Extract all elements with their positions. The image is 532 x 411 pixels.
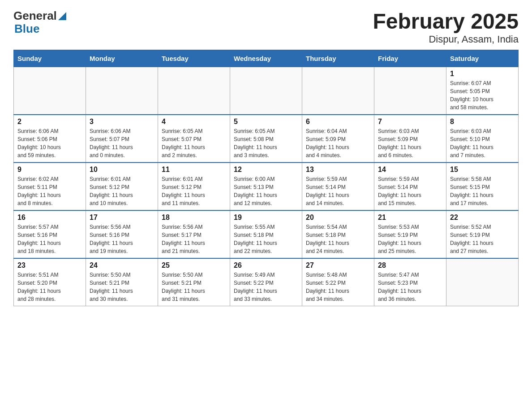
day-info: Sunrise: 6:02 AM Sunset: 5:11 PM Dayligh…: [17, 175, 82, 207]
day-info: Sunrise: 6:04 AM Sunset: 5:09 PM Dayligh…: [306, 127, 370, 159]
day-number: 26: [234, 261, 298, 270]
day-info: Sunrise: 5:48 AM Sunset: 5:22 PM Dayligh…: [306, 271, 370, 303]
header-saturday: Saturday: [446, 50, 519, 67]
table-row: 2Sunrise: 6:06 AM Sunset: 5:06 PM Daylig…: [14, 115, 86, 163]
table-row: [230, 67, 302, 115]
logo-blue-text: Blue: [14, 22, 39, 36]
header-monday: Monday: [86, 50, 158, 67]
table-row: 22Sunrise: 5:52 AM Sunset: 5:19 PM Dayli…: [446, 210, 519, 258]
day-number: 23: [17, 261, 82, 270]
day-number: 20: [306, 214, 370, 222]
table-row: [374, 67, 446, 115]
table-row: 5Sunrise: 6:05 AM Sunset: 5:08 PM Daylig…: [230, 115, 302, 163]
table-row: [302, 67, 374, 115]
day-info: Sunrise: 6:03 AM Sunset: 5:10 PM Dayligh…: [450, 127, 515, 159]
table-row: [158, 67, 230, 115]
table-row: [446, 258, 519, 306]
day-number: 24: [90, 261, 154, 270]
weekday-header-row: Sunday Monday Tuesday Wednesday Thursday…: [14, 50, 519, 67]
day-number: 16: [17, 214, 82, 222]
day-info: Sunrise: 5:56 AM Sunset: 5:17 PM Dayligh…: [162, 223, 226, 255]
day-number: 15: [450, 166, 515, 174]
day-number: 18: [162, 214, 226, 222]
day-info: Sunrise: 5:50 AM Sunset: 5:21 PM Dayligh…: [162, 271, 226, 303]
day-info: Sunrise: 6:03 AM Sunset: 5:09 PM Dayligh…: [378, 127, 442, 159]
page-header: General Blue February 2025 Dispur, Assam…: [13, 9, 519, 45]
table-row: 26Sunrise: 5:49 AM Sunset: 5:22 PM Dayli…: [230, 258, 302, 306]
table-row: 13Sunrise: 5:59 AM Sunset: 5:14 PM Dayli…: [302, 163, 374, 210]
table-row: [14, 67, 86, 115]
day-info: Sunrise: 5:59 AM Sunset: 5:14 PM Dayligh…: [378, 175, 442, 207]
table-row: 7Sunrise: 6:03 AM Sunset: 5:09 PM Daylig…: [374, 115, 446, 163]
day-number: 10: [90, 166, 154, 174]
day-number: 21: [378, 214, 442, 222]
day-number: 8: [450, 118, 515, 126]
day-info: Sunrise: 6:00 AM Sunset: 5:13 PM Dayligh…: [234, 175, 298, 207]
svg-marker-0: [58, 12, 66, 20]
table-row: 14Sunrise: 5:59 AM Sunset: 5:14 PM Dayli…: [374, 163, 446, 210]
table-row: 10Sunrise: 6:01 AM Sunset: 5:12 PM Dayli…: [86, 163, 158, 210]
calendar-title: February 2025: [373, 9, 519, 34]
table-row: 9Sunrise: 6:02 AM Sunset: 5:11 PM Daylig…: [14, 163, 86, 210]
day-number: 2: [17, 118, 82, 126]
header-friday: Friday: [374, 50, 446, 67]
day-info: Sunrise: 5:59 AM Sunset: 5:14 PM Dayligh…: [306, 175, 370, 207]
table-row: 19Sunrise: 5:55 AM Sunset: 5:18 PM Dayli…: [230, 210, 302, 258]
table-row: 3Sunrise: 6:06 AM Sunset: 5:07 PM Daylig…: [86, 115, 158, 163]
day-number: 25: [162, 261, 226, 270]
day-info: Sunrise: 6:01 AM Sunset: 5:12 PM Dayligh…: [90, 175, 154, 207]
day-info: Sunrise: 6:06 AM Sunset: 5:07 PM Dayligh…: [90, 127, 154, 159]
day-info: Sunrise: 6:05 AM Sunset: 5:08 PM Dayligh…: [234, 127, 298, 159]
table-row: 20Sunrise: 5:54 AM Sunset: 5:18 PM Dayli…: [302, 210, 374, 258]
header-thursday: Thursday: [302, 50, 374, 67]
day-number: 17: [90, 214, 154, 222]
day-info: Sunrise: 5:50 AM Sunset: 5:21 PM Dayligh…: [90, 271, 154, 303]
table-row: 16Sunrise: 5:57 AM Sunset: 5:16 PM Dayli…: [14, 210, 86, 258]
table-row: 11Sunrise: 6:01 AM Sunset: 5:12 PM Dayli…: [158, 163, 230, 210]
table-row: 8Sunrise: 6:03 AM Sunset: 5:10 PM Daylig…: [446, 115, 519, 163]
day-number: 28: [378, 261, 442, 270]
day-info: Sunrise: 5:51 AM Sunset: 5:20 PM Dayligh…: [17, 271, 82, 303]
day-number: 12: [234, 166, 298, 174]
day-number: 22: [450, 214, 515, 222]
day-info: Sunrise: 5:53 AM Sunset: 5:19 PM Dayligh…: [378, 223, 442, 255]
header-sunday: Sunday: [14, 50, 86, 67]
day-number: 14: [378, 166, 442, 174]
day-info: Sunrise: 5:58 AM Sunset: 5:15 PM Dayligh…: [450, 175, 515, 207]
day-number: 6: [306, 118, 370, 126]
table-row: 23Sunrise: 5:51 AM Sunset: 5:20 PM Dayli…: [14, 258, 86, 306]
day-number: 3: [90, 118, 154, 126]
day-number: 13: [306, 166, 370, 174]
table-row: 25Sunrise: 5:50 AM Sunset: 5:21 PM Dayli…: [158, 258, 230, 306]
day-info: Sunrise: 6:01 AM Sunset: 5:12 PM Dayligh…: [162, 175, 226, 207]
table-row: 17Sunrise: 5:56 AM Sunset: 5:16 PM Dayli…: [86, 210, 158, 258]
day-number: 4: [162, 118, 226, 126]
title-block: February 2025 Dispur, Assam, India: [373, 9, 519, 45]
day-info: Sunrise: 6:05 AM Sunset: 5:07 PM Dayligh…: [162, 127, 226, 159]
day-number: 11: [162, 166, 226, 174]
header-tuesday: Tuesday: [158, 50, 230, 67]
table-row: 27Sunrise: 5:48 AM Sunset: 5:22 PM Dayli…: [302, 258, 374, 306]
day-info: Sunrise: 5:57 AM Sunset: 5:16 PM Dayligh…: [17, 223, 82, 255]
day-info: Sunrise: 5:47 AM Sunset: 5:23 PM Dayligh…: [378, 271, 442, 303]
day-number: 27: [306, 261, 370, 270]
table-row: 4Sunrise: 6:05 AM Sunset: 5:07 PM Daylig…: [158, 115, 230, 163]
day-info: Sunrise: 6:06 AM Sunset: 5:06 PM Dayligh…: [17, 127, 82, 159]
table-row: 24Sunrise: 5:50 AM Sunset: 5:21 PM Dayli…: [86, 258, 158, 306]
table-row: 21Sunrise: 5:53 AM Sunset: 5:19 PM Dayli…: [374, 210, 446, 258]
calendar-table: Sunday Monday Tuesday Wednesday Thursday…: [13, 50, 519, 306]
table-row: 1Sunrise: 6:07 AM Sunset: 5:05 PM Daylig…: [446, 67, 519, 115]
day-number: 19: [234, 214, 298, 222]
day-number: 7: [378, 118, 442, 126]
table-row: [86, 67, 158, 115]
table-row: 28Sunrise: 5:47 AM Sunset: 5:23 PM Dayli…: [374, 258, 446, 306]
logo-general-text: General: [13, 9, 57, 23]
day-number: 5: [234, 118, 298, 126]
day-info: Sunrise: 5:52 AM Sunset: 5:19 PM Dayligh…: [450, 223, 515, 255]
day-info: Sunrise: 5:56 AM Sunset: 5:16 PM Dayligh…: [90, 223, 154, 255]
day-number: 9: [17, 166, 82, 174]
header-wednesday: Wednesday: [230, 50, 302, 67]
table-row: 6Sunrise: 6:04 AM Sunset: 5:09 PM Daylig…: [302, 115, 374, 163]
table-row: 18Sunrise: 5:56 AM Sunset: 5:17 PM Dayli…: [158, 210, 230, 258]
logo: General Blue: [13, 9, 66, 36]
